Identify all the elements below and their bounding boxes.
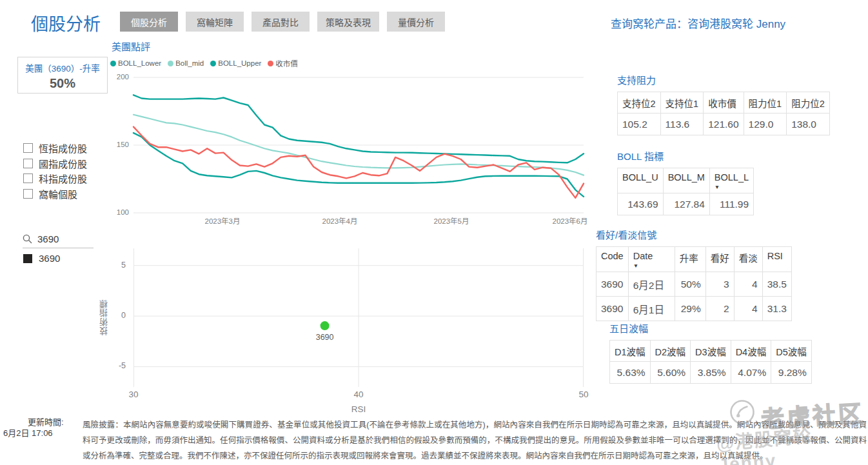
y-tick: 0 xyxy=(106,311,126,320)
legend-dot-icon xyxy=(110,61,116,66)
column-header[interactable]: Code xyxy=(597,247,629,272)
legend-label: 收市價 xyxy=(275,58,298,68)
stock-color-swatch xyxy=(23,254,32,263)
column-header[interactable]: D4波幅 xyxy=(731,341,771,362)
x-tick: 30 xyxy=(114,390,153,399)
column-header[interactable]: 升率 xyxy=(675,247,705,272)
checkbox-icon[interactable] xyxy=(23,189,33,199)
boll-indicator-title: BOLL 指標 xyxy=(617,149,754,163)
signal-table: CodeDate▼升率看好看淡RSI36906月2日50%3438.536906… xyxy=(596,246,792,321)
table-cell: 29% xyxy=(675,297,705,321)
legend-dot-icon xyxy=(168,61,173,66)
column-header[interactable]: Date▼ xyxy=(628,247,675,272)
checkbox-icon[interactable] xyxy=(23,143,33,153)
boll-indicator-panel: BOLL 指標 BOLL_UBOLL_MBOLL_L▼143.69127.841… xyxy=(617,149,754,215)
sort-descending-icon[interactable]: ▼ xyxy=(715,184,749,190)
support-resistance-panel: 支持阻力 支持位2支持位1收市價阻力位1阻力位2105.2113.6121.60… xyxy=(617,73,830,135)
signal-panel: 看好/看淡信號 CodeDate▼升率看好看淡RSI36906月2日50%343… xyxy=(596,228,792,321)
index-filter-list: 恆指成份股 國指成份股 科指成份股 窩輪個股 xyxy=(23,141,87,201)
table-cell: 138.0 xyxy=(787,114,830,135)
stock-search xyxy=(23,233,94,248)
table-cell: 3.85% xyxy=(691,362,731,384)
chart-legend-item-2[interactable]: BOLL_Upper xyxy=(210,59,261,67)
column-header[interactable]: 阻力位2 xyxy=(787,92,830,114)
tab-product-compare[interactable]: 產品對比 xyxy=(252,12,310,32)
column-header[interactable]: BOLL_M xyxy=(663,168,709,193)
search-input[interactable] xyxy=(37,233,83,244)
filter-hsi-constituents[interactable]: 恆指成份股 xyxy=(23,141,87,156)
filter-label: 窩輪個股 xyxy=(39,187,77,201)
column-header[interactable]: BOLL_L▼ xyxy=(709,168,753,193)
checkbox-icon[interactable] xyxy=(23,173,33,183)
column-header[interactable]: D2波幅 xyxy=(650,341,691,362)
column-header[interactable]: 看淡 xyxy=(734,247,762,272)
table-cell: 111.99 xyxy=(709,193,753,215)
chart-legend-item-3[interactable]: 收市價 xyxy=(268,58,298,68)
y-tick: 150 xyxy=(108,141,129,148)
chart-legend-item-0[interactable]: BOLL_Lower xyxy=(110,59,161,67)
column-header[interactable]: 收市價 xyxy=(704,92,744,114)
legend-label: BOLL_Upper xyxy=(218,59,261,67)
contact-link[interactable]: 查询窝轮产品：咨询港股窝轮 Jenny xyxy=(611,15,785,31)
volatility-table: D1波幅D2波幅D3波幅D4波幅D5波幅5.63%5.60%3.85%4.07%… xyxy=(609,340,812,384)
checkbox-icon[interactable] xyxy=(23,159,33,168)
table-cell: 3690 xyxy=(597,272,629,297)
stock-kpi-value: 50% xyxy=(18,76,107,91)
legend-dot-icon xyxy=(210,61,216,66)
stock-kpi-label: 美團（3690）-升率 xyxy=(18,61,107,74)
scatter-point[interactable] xyxy=(321,321,330,330)
boll-indicator-table: BOLL_UBOLL_MBOLL_L▼143.69127.84111.99 xyxy=(617,168,754,215)
table-cell: 4.07% xyxy=(731,362,771,384)
y-tick: 100 xyxy=(108,208,129,216)
support-resistance-table: 支持位2支持位1收市價阻力位1阻力位2105.2113.6121.60129.0… xyxy=(617,92,830,135)
tab-bar: 個股分析 窩輪矩陣 產品對比 策略及表現 量價分析 xyxy=(120,12,445,32)
volatility-panel: 五日波幅 D1波幅D2波幅D3波幅D4波幅D5波幅5.63%5.60%3.85%… xyxy=(609,321,812,384)
table-row: 143.69127.84111.99 xyxy=(618,193,754,215)
tab-strategy-performance[interactable]: 策略及表現 xyxy=(317,12,379,32)
table-cell: 113.6 xyxy=(660,114,704,135)
column-header[interactable]: 阻力位1 xyxy=(744,92,787,114)
table-cell: 143.69 xyxy=(618,193,664,215)
tab-volume-price[interactable]: 量價分析 xyxy=(387,12,445,32)
x-tick: 2023年5月 xyxy=(426,215,477,226)
table-row: 5.63%5.60%3.85%4.07%9.28% xyxy=(610,362,812,384)
filter-label: 科指成份股 xyxy=(39,172,87,185)
y-tick: 5 xyxy=(106,261,126,270)
column-header[interactable]: BOLL_U xyxy=(618,168,664,193)
column-header[interactable]: RSI xyxy=(762,247,791,272)
filter-tech-index-constituents[interactable]: 科指成份股 xyxy=(23,171,87,186)
column-header[interactable]: D3波幅 xyxy=(691,341,731,362)
selected-stock-legend[interactable]: 3690 xyxy=(23,253,60,264)
x-tick: 50 xyxy=(564,390,603,399)
chart-line-3 xyxy=(133,127,584,198)
tab-warrant-matrix[interactable]: 窩輪矩陣 xyxy=(186,12,244,32)
table-cell: 5.60% xyxy=(650,362,691,384)
rsi-scatter-chart[interactable]: 3690 xyxy=(133,248,584,387)
column-header[interactable]: D5波幅 xyxy=(771,341,812,362)
table-cell: 5.63% xyxy=(610,362,651,384)
table-cell: 4 xyxy=(734,297,762,321)
filter-hscei-constituents[interactable]: 國指成份股 xyxy=(23,156,87,172)
legend-label: Boll_mid xyxy=(175,59,204,67)
chart-legend-item-1[interactable]: Boll_mid xyxy=(168,59,204,67)
table-cell: 3 xyxy=(705,272,734,297)
price-boll-line-chart[interactable] xyxy=(133,77,584,213)
sort-descending-icon[interactable]: ▼ xyxy=(633,263,670,268)
column-header[interactable]: 支持位1 xyxy=(660,92,704,114)
y-tick: -5 xyxy=(106,361,126,370)
filter-label: 恆指成份股 xyxy=(39,141,87,155)
table-cell: 31.3 xyxy=(762,297,791,321)
column-header[interactable]: 支持位2 xyxy=(618,92,661,114)
column-header[interactable]: 看好 xyxy=(705,247,734,272)
filter-label: 國指成份股 xyxy=(39,157,87,170)
support-resistance-title: 支持阻力 xyxy=(617,73,830,86)
table-cell: 105.2 xyxy=(618,114,661,135)
tab-stock-analysis[interactable]: 個股分析 xyxy=(120,12,178,32)
filter-warrant-stocks[interactable]: 窩輪個股 xyxy=(23,186,87,202)
x-tick: 40 xyxy=(339,390,378,399)
column-header[interactable]: D1波幅 xyxy=(610,341,651,362)
x-tick: 2023年4月 xyxy=(314,215,366,226)
table-cell: 2 xyxy=(705,297,734,321)
table-cell: 121.60 xyxy=(704,114,744,135)
volatility-title: 五日波幅 xyxy=(609,321,812,335)
